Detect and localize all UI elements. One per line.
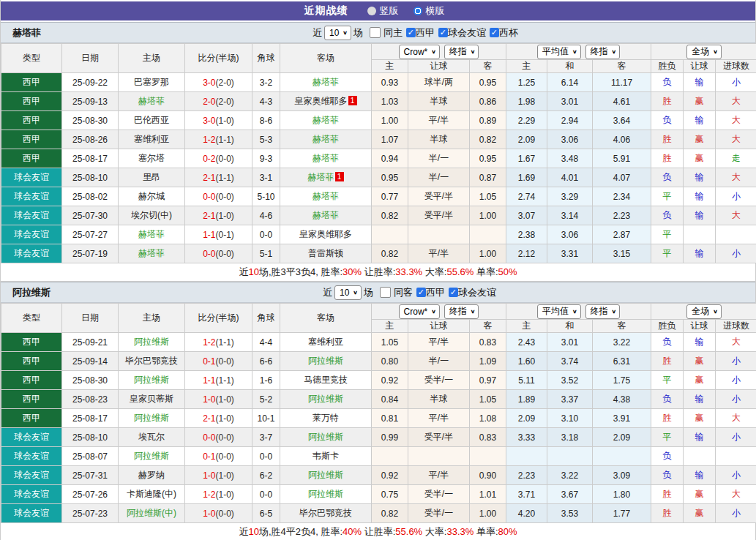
- col-header-score: 比分(半场): [185, 304, 252, 333]
- league-checkbox[interactable]: ✓: [438, 28, 448, 37]
- corner-score: 6-2: [252, 466, 280, 485]
- avg-final-select[interactable]: 终指∨: [585, 304, 621, 319]
- score-main: 3-0: [203, 116, 215, 126]
- col-header-goals: 进球数: [716, 60, 756, 73]
- odds-company-select[interactable]: Crow*∨: [399, 45, 440, 59]
- summary-text: 50%: [498, 266, 517, 277]
- score-main: 1-2: [203, 135, 215, 145]
- odds-line: 平/半: [408, 244, 470, 263]
- avg-away: 1.77: [593, 504, 651, 523]
- col-header-winloss: 胜负: [651, 60, 684, 73]
- league-checkbox[interactable]: ✓: [449, 288, 458, 297]
- summary-text: 场,胜4平2负4, 胜率:: [259, 526, 343, 537]
- team-label: 皇家贝蒂斯: [130, 394, 173, 404]
- corner-score: 0-0: [252, 447, 280, 466]
- result-let: [684, 225, 716, 244]
- corner-score: 6-6: [252, 352, 280, 371]
- away-team: 毕尔巴鄂竞技: [280, 504, 372, 523]
- chevron-down-icon: ∨: [713, 309, 718, 315]
- result-let: 赢: [684, 149, 716, 168]
- match-score: 3-0(2-0): [185, 73, 252, 92]
- league-checkbox[interactable]: ✓: [416, 288, 426, 297]
- team-label: 阿拉维斯: [134, 413, 169, 423]
- odds-home: 0.95: [372, 168, 408, 187]
- match-row: 西甲 25-08-17 塞尔塔 0-2(0-0) 9-3 赫塔菲 0.94 半/…: [1, 149, 756, 168]
- avg-final-select[interactable]: 终指∨: [585, 45, 621, 59]
- corner-score: 5-1: [252, 244, 280, 263]
- chevron-down-icon: ∨: [612, 309, 617, 315]
- fulltime-select[interactable]: 全场∨: [686, 304, 722, 319]
- radio-unselected-icon[interactable]: [367, 7, 376, 15]
- avg-away: 4.38: [593, 390, 651, 409]
- home-team: 巴伦西亚: [119, 111, 185, 130]
- col-header-goals: 进球数: [716, 320, 756, 333]
- team-label: 阿拉维斯: [308, 432, 343, 442]
- odds-final-select[interactable]: 终指∨: [444, 45, 479, 59]
- score-half: (0-0): [216, 451, 234, 462]
- avg-home: 5.11: [506, 371, 547, 390]
- results-body: 西甲 25-09-21 阿拉维斯 1-2(1-1) 4-4 塞维利亚 1.05 …: [1, 333, 756, 523]
- summary-text: 单率:: [474, 266, 498, 277]
- result-goals: 小: [716, 244, 756, 263]
- corner-score: 0-0: [252, 225, 280, 244]
- odds-away: [470, 447, 506, 466]
- match-score: 1-0(0-0): [185, 504, 252, 523]
- score-main: 0-2: [203, 154, 215, 164]
- odds-final-select[interactable]: 终指∨: [444, 304, 479, 319]
- league-checkbox-label: 西杯: [499, 26, 518, 40]
- result-let: 输: [684, 111, 716, 130]
- avg-draw: 3.18: [547, 428, 593, 447]
- league-checkbox[interactable]: ✓: [490, 28, 499, 37]
- odds-home: 1.03: [372, 92, 408, 111]
- avg-away: 4.06: [593, 130, 651, 149]
- home-team: 毕尔巴鄂竞技: [119, 352, 185, 371]
- avg-select-group: 平均值∨ 终指∨: [506, 304, 651, 320]
- same-venue-checkbox[interactable]: [370, 27, 381, 38]
- match-row: 球会友谊 25-07-27 赫塔菲 1-1(0-1) 0-0 皇家奥维耶多 2.…: [1, 225, 756, 244]
- team-label: 莱万特: [312, 413, 339, 423]
- odds-company-select[interactable]: Crow*∨: [399, 304, 440, 319]
- odds-home: 0.94: [372, 149, 408, 168]
- result-wl: 胜: [651, 130, 684, 149]
- avg-home: 2.09: [506, 409, 547, 428]
- match-date: 25-08-10: [62, 428, 119, 447]
- odds-home: 0.82: [372, 206, 408, 225]
- summary-text: 大率:: [422, 266, 446, 277]
- score-main: 0-0: [203, 432, 215, 443]
- match-row: 西甲 25-08-30 阿拉维斯 1-1(1-1) 1-6 马德里竞技 0.92…: [1, 371, 756, 390]
- match-count-select[interactable]: 10∨: [334, 285, 362, 300]
- score-half: (0-0): [216, 509, 234, 519]
- col-header-handicap: 让球: [684, 60, 716, 73]
- same-venue-checkbox[interactable]: [380, 287, 391, 298]
- match-count-select[interactable]: 10∨: [324, 26, 351, 40]
- result-wl: 负: [651, 168, 684, 187]
- col-header-away: 客场: [280, 304, 372, 333]
- fulltime-select-group: 全场∨: [651, 44, 756, 60]
- result-wl: 平: [651, 371, 684, 390]
- odds-line: 半/一: [408, 149, 470, 168]
- radio-selected-icon[interactable]: [413, 7, 422, 15]
- summary-text: 近: [239, 526, 248, 537]
- league-checkbox[interactable]: ✓: [406, 28, 416, 37]
- col-header-avg-draw: 和: [547, 320, 593, 333]
- odds-away: 1.08: [470, 409, 506, 428]
- odds-away: 1.00: [470, 504, 506, 523]
- score-main: 2-1: [203, 211, 215, 221]
- result-let: 赢: [684, 504, 716, 523]
- col-header-odds-line: 让球: [408, 60, 470, 73]
- col-header-odds-line: 让球: [408, 320, 470, 333]
- corner-score: 4-6: [252, 206, 280, 225]
- fulltime-select[interactable]: 全场∨: [686, 45, 722, 59]
- avg-odds-select[interactable]: 平均值∨: [537, 304, 581, 319]
- layout-radio-horizontal[interactable]: 横版: [413, 4, 445, 18]
- match-score: 2-1(1-0): [185, 409, 252, 428]
- avg-odds-select[interactable]: 平均值∨: [537, 45, 581, 59]
- odds-home: 0.92: [372, 371, 408, 390]
- team-label: 赫塔菲: [138, 229, 165, 239]
- avg-away: 5.91: [593, 149, 651, 168]
- layout-radio-vertical[interactable]: 竖版: [367, 4, 399, 18]
- team-label: 赫塔菲: [138, 248, 165, 258]
- match-type: 西甲: [1, 111, 62, 130]
- score-main: 2-1: [203, 413, 215, 424]
- away-team: 阿拉维斯: [280, 428, 372, 447]
